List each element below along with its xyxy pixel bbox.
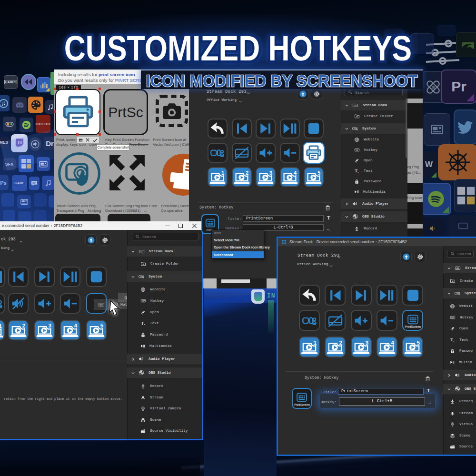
svg-text:3: 3 bbox=[365, 339, 368, 346]
svg-text:3: 3 bbox=[269, 170, 272, 176]
svg-text:4: 4 bbox=[294, 170, 297, 176]
svg-text:5: 5 bbox=[417, 339, 420, 346]
svg-text:REC: REC bbox=[356, 228, 358, 228]
svg-text:2: 2 bbox=[246, 170, 248, 176]
svg-text:4: 4 bbox=[391, 339, 394, 346]
svg-text:5: 5 bbox=[100, 323, 104, 328]
svg-text:2: 2 bbox=[22, 323, 25, 328]
svg-text:r: r bbox=[453, 339, 454, 342]
svg-text:REC: REC bbox=[142, 385, 144, 386]
svg-text:1: 1 bbox=[0, 322, 2, 328]
svg-text:3: 3 bbox=[48, 323, 51, 328]
svg-text:2: 2 bbox=[339, 339, 343, 346]
svg-text:T: T bbox=[355, 169, 357, 173]
svg-text:1: 1 bbox=[313, 339, 317, 346]
svg-text:r: r bbox=[357, 170, 358, 173]
svg-text:5: 5 bbox=[317, 170, 320, 176]
svg-text:1: 1 bbox=[221, 170, 224, 176]
svg-text:T: T bbox=[141, 321, 144, 326]
svg-text:r: r bbox=[144, 323, 145, 325]
svg-text:T: T bbox=[450, 337, 453, 342]
svg-text:4: 4 bbox=[74, 323, 78, 328]
svg-text:REC: REC bbox=[451, 400, 454, 401]
